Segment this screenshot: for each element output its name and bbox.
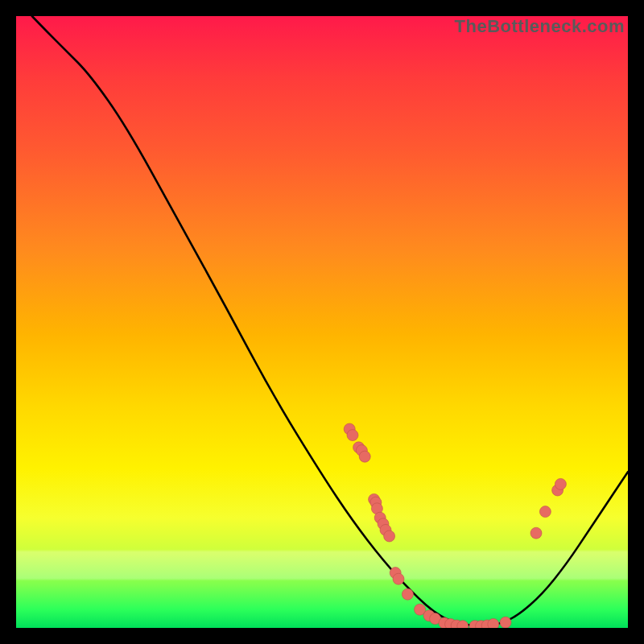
data-marker xyxy=(539,506,551,518)
data-markers xyxy=(344,423,566,628)
data-marker xyxy=(384,530,395,542)
chart-frame: TheBottleneck.com xyxy=(16,16,628,628)
data-marker xyxy=(555,478,566,489)
data-marker xyxy=(500,617,511,628)
data-marker xyxy=(402,588,413,600)
data-marker xyxy=(488,618,499,628)
overlay-svg xyxy=(16,16,628,628)
data-marker xyxy=(530,527,542,539)
data-marker xyxy=(359,451,370,462)
data-marker xyxy=(393,573,404,584)
data-marker xyxy=(347,430,358,441)
